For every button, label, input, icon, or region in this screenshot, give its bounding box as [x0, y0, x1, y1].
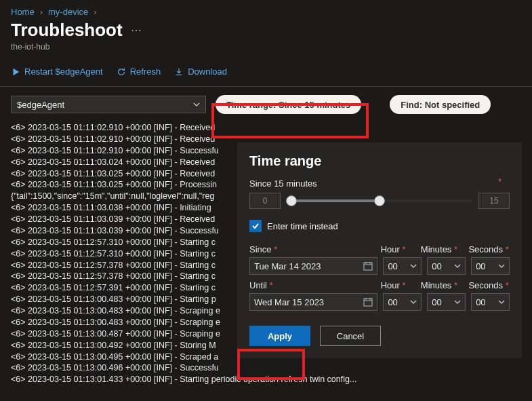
restart-button[interactable]: Restart $edgeAgent [11, 66, 103, 77]
minutes-label: Minutes [421, 244, 452, 254]
calendar-icon [363, 261, 373, 271]
until-minutes-select[interactable]: 00 [427, 293, 466, 311]
chevron-down-icon [410, 299, 417, 305]
download-label: Download [188, 66, 227, 77]
chevron-down-icon [498, 299, 505, 305]
minutes-label: Minutes [421, 280, 452, 290]
checkmark-icon [251, 222, 260, 230]
module-select[interactable]: $edgeAgent [11, 96, 206, 113]
module-select-value: $edgeAgent [17, 100, 64, 110]
refresh-icon [117, 67, 126, 77]
chevron-down-icon [498, 263, 505, 269]
seconds-label: Seconds [468, 280, 503, 290]
until-seconds-select[interactable]: 00 [471, 293, 510, 311]
refresh-label: Refresh [130, 66, 161, 77]
download-icon [174, 67, 184, 77]
enter-time-label: Enter time instead [267, 221, 338, 231]
apply-button[interactable]: Apply [249, 326, 310, 346]
since-minutes-select[interactable]: 00 [427, 257, 466, 275]
seconds-label: Seconds [468, 244, 503, 254]
required-indicator: * [498, 176, 502, 187]
cancel-button[interactable]: Cancel [320, 326, 381, 346]
log-line: <6> 2023-03-15 01:13:01.433 +00:00 [INF]… [11, 374, 521, 385]
toolbar: Restart $edgeAgent Refresh Download [0, 62, 532, 87]
until-hour-select[interactable]: 00 [383, 293, 422, 311]
calendar-icon [363, 297, 373, 307]
svg-rect-0 [364, 263, 372, 270]
play-icon [11, 67, 20, 77]
slider-max: 15 [478, 193, 510, 209]
popup-title: Time range [249, 153, 510, 169]
page-title: Troubleshoot [11, 20, 123, 41]
hour-label: Hour [381, 280, 400, 290]
time-range-popup: Time range * Since 15 minutes 0 15 Enter… [237, 142, 522, 358]
hour-label: Hour [381, 244, 400, 254]
log-line: <6> 2023-03-15 01:11:02.910 +00:00 [INF]… [11, 122, 521, 134]
until-date-value: Wed Mar 15 2023 [254, 297, 324, 307]
until-label: Until [249, 280, 267, 290]
refresh-button[interactable]: Refresh [117, 66, 161, 77]
chevron-down-icon [454, 263, 461, 269]
since-seconds-select[interactable]: 00 [471, 257, 510, 275]
chevron-down-icon [410, 263, 417, 269]
chevron-down-icon [193, 101, 200, 108]
chevron-down-icon [454, 299, 461, 305]
slider-row: 0 15 [249, 193, 510, 209]
restart-label: Restart $edgeAgent [24, 66, 103, 77]
download-button[interactable]: Download [174, 66, 227, 77]
slider-min: 0 [249, 193, 281, 209]
filter-row: $edgeAgent Time range: Since 15 minutes … [0, 87, 532, 119]
slider-thumb-end[interactable] [374, 195, 385, 206]
slider-label: Since 15 minutes [249, 178, 510, 189]
since-date-value: Tue Mar 14 2023 [254, 261, 321, 271]
breadcrumb-home[interactable]: Home [11, 7, 35, 17]
svg-rect-1 [364, 299, 372, 306]
range-slider[interactable] [287, 199, 472, 202]
page-subtitle: the-iot-hub [0, 41, 532, 62]
breadcrumb-device[interactable]: my-device [48, 7, 88, 17]
enter-time-checkbox[interactable] [249, 220, 262, 232]
more-actions-button[interactable]: ⋯ [131, 24, 142, 37]
since-hour-select[interactable]: 00 [383, 257, 422, 275]
slider-thumb-start[interactable] [286, 195, 297, 206]
log-line: <6> 2023-03-15 01:13:00.496 +00:00 [INF]… [11, 362, 521, 374]
chevron-right-icon: › [40, 7, 43, 17]
find-pill[interactable]: Find: Not specified [390, 95, 491, 114]
time-range-pill[interactable]: Time range: Since 15 minutes [216, 95, 361, 114]
chevron-right-icon: › [94, 7, 96, 17]
since-date-input[interactable]: Tue Mar 14 2023 [249, 257, 377, 275]
breadcrumb: Home › my-device › [0, 0, 532, 20]
until-date-input[interactable]: Wed Mar 15 2023 [249, 293, 377, 311]
since-label: Since [249, 244, 272, 254]
